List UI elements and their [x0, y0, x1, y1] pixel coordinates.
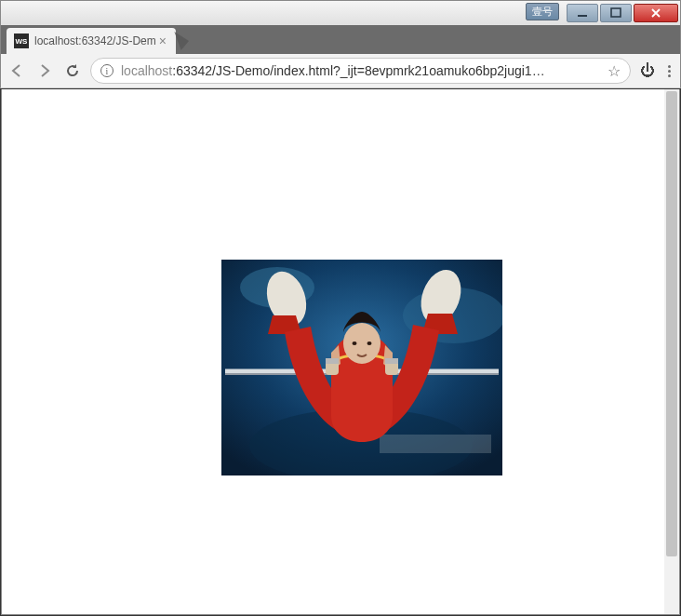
address-bar[interactable]: i localhost:63342/JS-Demo/index.html?_ij…	[90, 58, 631, 84]
svg-rect-6	[380, 435, 491, 453]
site-info-icon[interactable]: i	[100, 64, 114, 77]
tab-title: localhost:63342/JS-Dem	[34, 34, 157, 47]
browser-toolbar: i localhost:63342/JS-Demo/index.html?_ij…	[0, 54, 681, 88]
reload-button[interactable]	[62, 60, 83, 82]
svg-rect-1	[611, 8, 621, 17]
url-text: localhost:63342/JS-Demo/index.html?_ijt=…	[121, 63, 602, 78]
content-image-gymnast	[221, 260, 502, 475]
browser-tab[interactable]: WS localhost:63342/JS-Dem ×	[7, 28, 176, 54]
browser-menu-button[interactable]	[664, 65, 674, 77]
svg-rect-0	[578, 15, 587, 17]
svg-point-16	[353, 341, 357, 345]
vertical-scrollbar[interactable]	[664, 89, 679, 614]
svg-rect-13	[326, 358, 339, 364]
svg-point-17	[367, 341, 372, 345]
svg-point-15	[343, 323, 381, 364]
url-host: localhost	[121, 63, 172, 78]
scrollbar-thumb[interactable]	[666, 91, 677, 556]
maximize-button[interactable]	[600, 4, 632, 22]
back-button[interactable]	[7, 60, 27, 82]
url-path: :63342/JS-Demo/index.html?_ijt=8evpmrk21…	[172, 63, 544, 78]
svg-rect-14	[385, 358, 398, 364]
window-label: 壹号	[526, 3, 559, 20]
tab-close-button[interactable]: ×	[157, 33, 168, 48]
power-extension-icon[interactable]: ⏻	[638, 62, 657, 79]
tab-strip: WS localhost:63342/JS-Dem ×	[0, 25, 681, 54]
minimize-button[interactable]	[567, 4, 598, 22]
page-viewport	[1, 89, 680, 615]
tab-favicon: WS	[14, 33, 29, 48]
forward-button[interactable]	[34, 60, 55, 82]
bookmark-star-icon[interactable]: ☆	[608, 62, 621, 80]
close-window-button[interactable]	[634, 4, 678, 22]
window-titlebar: 壹号	[0, 0, 681, 25]
